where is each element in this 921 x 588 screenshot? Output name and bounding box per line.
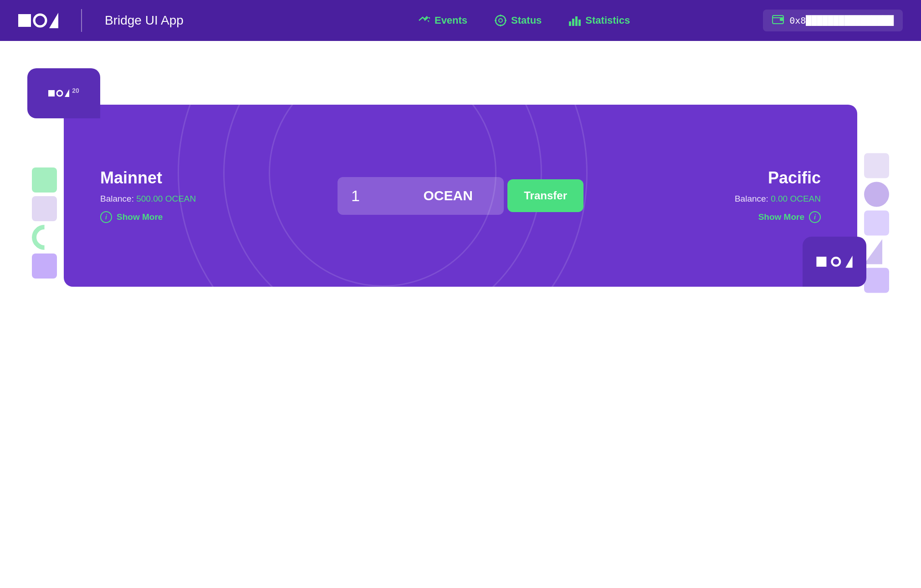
wallet-display[interactable]: 0x8████████████████ xyxy=(763,10,903,31)
poa-logo xyxy=(18,13,58,28)
logo-square xyxy=(18,14,31,27)
network-right: Pacific Balance: 0.00 OCEAN Show More i xyxy=(620,168,821,223)
svg-rect-12 xyxy=(578,20,581,26)
deco-right-2 xyxy=(864,211,889,236)
svg-point-17 xyxy=(832,258,840,266)
status-label: Status xyxy=(511,15,542,26)
logo-circle xyxy=(33,13,47,28)
poa20-logo xyxy=(48,89,69,97)
transfer-button[interactable]: Transfer xyxy=(507,179,583,212)
svg-marker-1 xyxy=(428,17,430,19)
transfer-input-group: OCEAN xyxy=(338,177,504,215)
svg-point-0 xyxy=(34,15,46,26)
svg-rect-14 xyxy=(780,18,783,21)
mainnet-show-more-label: Show More xyxy=(117,212,163,222)
poa-bottom-circle xyxy=(830,256,841,267)
navbar: Bridge UI App Events xyxy=(0,0,921,41)
svg-point-4 xyxy=(499,19,502,22)
wallet-address: 0x8████████████████ xyxy=(789,15,894,26)
transfer-token-label: OCEAN xyxy=(392,178,504,213)
pacific-name: Pacific xyxy=(620,168,821,188)
statistics-svg xyxy=(569,15,581,26)
mainnet-info-icon: i xyxy=(100,211,112,223)
pacific-show-more[interactable]: Show More i xyxy=(620,211,821,223)
poa20-text: 20 xyxy=(48,87,79,99)
wallet-icon xyxy=(772,14,784,27)
deco-right-3 xyxy=(864,268,889,293)
right-decoration xyxy=(864,153,889,293)
transfer-widget: OCEAN Transfer xyxy=(338,177,583,215)
events-svg xyxy=(418,15,430,25)
pacific-balance-label: Balance: xyxy=(735,194,768,203)
deco-left-semicircle xyxy=(32,225,57,250)
deco-right-semicircle xyxy=(864,182,889,207)
pacific-show-more-label: Show More xyxy=(758,212,804,222)
card-content: Mainnet Balance: 500.00 OCEAN i Show Mor… xyxy=(100,168,821,223)
main-content: 20 xyxy=(0,41,921,314)
svg-point-16 xyxy=(57,91,62,96)
bridge-container: Mainnet Balance: 500.00 OCEAN i Show Mor… xyxy=(27,105,894,287)
svg-rect-11 xyxy=(575,16,578,26)
deco-left-2 xyxy=(32,196,57,221)
nav-item-events[interactable]: Events xyxy=(418,15,467,26)
deco-right-triangle xyxy=(864,239,882,264)
pacific-balance-value: 0.00 OCEAN xyxy=(771,194,821,203)
deco-left-3 xyxy=(32,253,57,279)
network-left: Mainnet Balance: 500.00 OCEAN i Show Mor… xyxy=(100,168,301,223)
events-label: Events xyxy=(435,15,467,26)
deco-left-1 xyxy=(32,167,57,193)
statistics-icon xyxy=(569,15,581,26)
nav-item-statistics[interactable]: Statistics xyxy=(569,15,630,26)
wallet-svg xyxy=(772,14,784,24)
bridge-card: Mainnet Balance: 500.00 OCEAN i Show Mor… xyxy=(64,105,857,287)
pacific-balance: Balance: 0.00 OCEAN xyxy=(620,194,821,204)
mainnet-balance: Balance: 500.00 OCEAN xyxy=(100,194,301,204)
svg-marker-2 xyxy=(427,20,429,22)
mainnet-balance-label: Balance: xyxy=(100,194,134,203)
app-title: Bridge UI App xyxy=(105,13,184,28)
mainnet-balance-value: 500.00 OCEAN xyxy=(136,194,196,203)
logo-triangle xyxy=(49,13,58,28)
deco-right-1 xyxy=(864,153,889,178)
logo-shape xyxy=(18,13,58,28)
statistics-label: Statistics xyxy=(585,15,630,26)
status-svg xyxy=(495,15,507,26)
mainnet-show-more[interactable]: i Show More xyxy=(100,211,301,223)
poa20-circle xyxy=(56,90,63,97)
nav-item-status[interactable]: Status xyxy=(495,15,542,26)
main-nav: Events Status xyxy=(418,15,630,26)
status-icon xyxy=(495,15,507,26)
poa-badge-bottom xyxy=(803,237,866,287)
poa-bottom-logo xyxy=(816,256,852,268)
brand: Bridge UI App xyxy=(18,9,184,32)
events-icon xyxy=(418,15,430,25)
svg-rect-10 xyxy=(572,19,574,26)
left-decoration xyxy=(32,167,57,279)
svg-point-3 xyxy=(496,15,506,25)
svg-rect-9 xyxy=(569,21,571,26)
poa20-superscript: 20 xyxy=(72,87,79,99)
navbar-divider xyxy=(81,9,82,32)
mainnet-name: Mainnet xyxy=(100,168,301,188)
transfer-amount-input[interactable] xyxy=(338,177,392,215)
pacific-info-icon: i xyxy=(809,211,821,223)
poa20-badge: 20 xyxy=(27,68,100,118)
